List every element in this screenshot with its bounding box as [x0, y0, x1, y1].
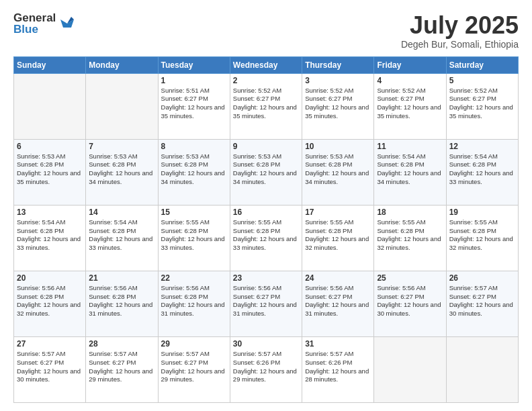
title-area: July 2025 Degeh Bur, Somali, Ethiopia	[401, 12, 519, 50]
day-info: Sunrise: 5:55 AM Sunset: 6:28 PM Dayligh…	[305, 218, 371, 253]
logo-blue: Blue	[13, 24, 56, 35]
day-info: Sunrise: 5:56 AM Sunset: 6:27 PM Dayligh…	[377, 284, 443, 318]
table-row: 19Sunrise: 5:55 AM Sunset: 6:28 PM Dayli…	[446, 205, 518, 271]
calendar-week-row: 6Sunrise: 5:53 AM Sunset: 6:28 PM Daylig…	[14, 139, 519, 205]
table-row: 12Sunrise: 5:54 AM Sunset: 6:28 PM Dayli…	[446, 139, 518, 205]
table-row: 1Sunrise: 5:51 AM Sunset: 6:27 PM Daylig…	[158, 73, 230, 139]
day-number: 2	[233, 76, 299, 85]
table-row: 7Sunrise: 5:53 AM Sunset: 6:28 PM Daylig…	[86, 139, 158, 205]
col-sunday: Sunday	[14, 56, 86, 73]
table-row: 11Sunrise: 5:54 AM Sunset: 6:28 PM Dayli…	[374, 139, 446, 205]
table-row: 29Sunrise: 5:57 AM Sunset: 6:27 PM Dayli…	[158, 336, 230, 402]
day-number: 4	[377, 76, 443, 85]
table-row: 6Sunrise: 5:53 AM Sunset: 6:28 PM Daylig…	[14, 139, 86, 205]
day-number: 11	[377, 142, 443, 151]
day-info: Sunrise: 5:52 AM Sunset: 6:27 PM Dayligh…	[377, 87, 443, 121]
table-row: 31Sunrise: 5:57 AM Sunset: 6:26 PM Dayli…	[302, 336, 374, 402]
day-info: Sunrise: 5:51 AM Sunset: 6:27 PM Dayligh…	[161, 87, 227, 121]
table-row: 4Sunrise: 5:52 AM Sunset: 6:27 PM Daylig…	[374, 73, 446, 139]
day-number: 29	[161, 339, 227, 349]
col-friday: Friday	[374, 56, 446, 73]
calendar-week-row: 13Sunrise: 5:54 AM Sunset: 6:28 PM Dayli…	[14, 205, 519, 271]
day-number: 21	[89, 273, 154, 283]
col-wednesday: Wednesday	[230, 56, 302, 73]
day-number: 31	[305, 339, 371, 349]
day-info: Sunrise: 5:53 AM Sunset: 6:28 PM Dayligh…	[161, 152, 227, 187]
table-row: 24Sunrise: 5:56 AM Sunset: 6:27 PM Dayli…	[302, 271, 374, 336]
day-info: Sunrise: 5:54 AM Sunset: 6:28 PM Dayligh…	[377, 152, 443, 187]
day-number: 22	[161, 273, 227, 283]
day-number: 8	[161, 142, 227, 151]
page: General Blue July 2025 Degeh Bur, Somali…	[0, 0, 532, 411]
table-row: 9Sunrise: 5:53 AM Sunset: 6:28 PM Daylig…	[230, 139, 302, 205]
table-row	[374, 336, 446, 402]
day-number: 12	[449, 142, 515, 151]
day-number: 25	[377, 273, 443, 283]
day-info: Sunrise: 5:52 AM Sunset: 6:27 PM Dayligh…	[449, 87, 515, 121]
day-number: 19	[449, 208, 515, 217]
col-monday: Monday	[86, 56, 158, 73]
table-row: 17Sunrise: 5:55 AM Sunset: 6:28 PM Dayli…	[302, 205, 374, 271]
header: General Blue July 2025 Degeh Bur, Somali…	[13, 12, 519, 50]
table-row: 16Sunrise: 5:55 AM Sunset: 6:28 PM Dayli…	[230, 205, 302, 271]
calendar-week-row: 1Sunrise: 5:51 AM Sunset: 6:27 PM Daylig…	[14, 73, 519, 139]
day-info: Sunrise: 5:56 AM Sunset: 6:27 PM Dayligh…	[305, 284, 371, 318]
logo-icon	[58, 13, 77, 32]
day-info: Sunrise: 5:55 AM Sunset: 6:28 PM Dayligh…	[377, 218, 443, 253]
col-tuesday: Tuesday	[158, 56, 230, 73]
table-row: 22Sunrise: 5:56 AM Sunset: 6:28 PM Dayli…	[158, 271, 230, 336]
table-row: 5Sunrise: 5:52 AM Sunset: 6:27 PM Daylig…	[446, 73, 518, 139]
day-info: Sunrise: 5:57 AM Sunset: 6:26 PM Dayligh…	[305, 350, 371, 384]
day-number: 3	[305, 76, 371, 85]
day-info: Sunrise: 5:53 AM Sunset: 6:28 PM Dayligh…	[17, 152, 83, 187]
table-row: 25Sunrise: 5:56 AM Sunset: 6:27 PM Dayli…	[374, 271, 446, 336]
table-row: 2Sunrise: 5:52 AM Sunset: 6:27 PM Daylig…	[230, 73, 302, 139]
day-number: 18	[377, 208, 443, 217]
day-info: Sunrise: 5:53 AM Sunset: 6:28 PM Dayligh…	[89, 152, 154, 187]
day-info: Sunrise: 5:55 AM Sunset: 6:28 PM Dayligh…	[233, 218, 299, 253]
table-row: 18Sunrise: 5:55 AM Sunset: 6:28 PM Dayli…	[374, 205, 446, 271]
calendar-week-row: 20Sunrise: 5:56 AM Sunset: 6:28 PM Dayli…	[14, 271, 519, 336]
day-info: Sunrise: 5:52 AM Sunset: 6:27 PM Dayligh…	[233, 87, 299, 121]
day-info: Sunrise: 5:55 AM Sunset: 6:28 PM Dayligh…	[161, 218, 227, 253]
day-info: Sunrise: 5:56 AM Sunset: 6:28 PM Dayligh…	[17, 284, 83, 318]
day-number: 30	[233, 339, 299, 349]
table-row: 8Sunrise: 5:53 AM Sunset: 6:28 PM Daylig…	[158, 139, 230, 205]
day-info: Sunrise: 5:56 AM Sunset: 6:27 PM Dayligh…	[233, 284, 299, 318]
day-number: 20	[17, 273, 83, 283]
col-saturday: Saturday	[446, 56, 518, 73]
day-number: 24	[305, 273, 371, 283]
day-info: Sunrise: 5:57 AM Sunset: 6:27 PM Dayligh…	[17, 350, 83, 384]
calendar-week-row: 27Sunrise: 5:57 AM Sunset: 6:27 PM Dayli…	[14, 336, 519, 402]
day-info: Sunrise: 5:57 AM Sunset: 6:27 PM Dayligh…	[89, 350, 154, 384]
day-number: 7	[89, 142, 154, 151]
day-number: 1	[161, 76, 227, 85]
table-row: 13Sunrise: 5:54 AM Sunset: 6:28 PM Dayli…	[14, 205, 86, 271]
day-number: 17	[305, 208, 371, 217]
day-number: 28	[89, 339, 154, 349]
table-row: 21Sunrise: 5:56 AM Sunset: 6:28 PM Dayli…	[86, 271, 158, 336]
day-info: Sunrise: 5:52 AM Sunset: 6:27 PM Dayligh…	[305, 87, 371, 121]
day-info: Sunrise: 5:56 AM Sunset: 6:28 PM Dayligh…	[161, 284, 227, 318]
table-row: 20Sunrise: 5:56 AM Sunset: 6:28 PM Dayli…	[14, 271, 86, 336]
day-info: Sunrise: 5:54 AM Sunset: 6:28 PM Dayligh…	[17, 218, 83, 253]
calendar-header-row: Sunday Monday Tuesday Wednesday Thursday…	[14, 56, 519, 73]
location: Degeh Bur, Somali, Ethiopia	[401, 39, 519, 50]
day-number: 15	[161, 208, 227, 217]
table-row: 15Sunrise: 5:55 AM Sunset: 6:28 PM Dayli…	[158, 205, 230, 271]
logo-general: General	[13, 12, 56, 24]
day-number: 5	[449, 76, 515, 85]
day-info: Sunrise: 5:57 AM Sunset: 6:27 PM Dayligh…	[449, 284, 515, 318]
day-info: Sunrise: 5:56 AM Sunset: 6:28 PM Dayligh…	[89, 284, 154, 318]
table-row	[86, 73, 158, 139]
table-row	[446, 336, 518, 402]
table-row: 3Sunrise: 5:52 AM Sunset: 6:27 PM Daylig…	[302, 73, 374, 139]
day-info: Sunrise: 5:55 AM Sunset: 6:28 PM Dayligh…	[449, 218, 515, 253]
day-number: 26	[449, 273, 515, 283]
day-info: Sunrise: 5:54 AM Sunset: 6:28 PM Dayligh…	[449, 152, 515, 187]
calendar: Sunday Monday Tuesday Wednesday Thursday…	[13, 56, 519, 403]
day-info: Sunrise: 5:54 AM Sunset: 6:28 PM Dayligh…	[89, 218, 154, 253]
day-info: Sunrise: 5:53 AM Sunset: 6:28 PM Dayligh…	[233, 152, 299, 187]
day-number: 10	[305, 142, 371, 151]
month-title: July 2025	[401, 12, 519, 39]
